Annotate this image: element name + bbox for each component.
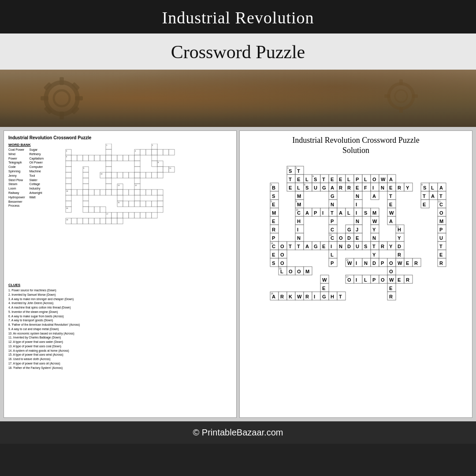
svg-text:T: T [339, 294, 342, 299]
svg-rect-12 [399, 79, 403, 85]
svg-rect-76 [106, 178, 112, 184]
svg-text:E: E [339, 177, 342, 182]
svg-text:T: T [389, 193, 392, 199]
svg-rect-71 [146, 172, 152, 178]
svg-text:I: I [356, 260, 357, 266]
svg-text:P: P [272, 235, 275, 241]
svg-text:I: I [356, 277, 357, 283]
svg-rect-116 [152, 201, 157, 207]
svg-rect-106 [157, 195, 163, 201]
svg-text:W: W [322, 277, 327, 283]
svg-text:U: U [439, 235, 443, 241]
svg-rect-65 [112, 172, 117, 178]
svg-text:R: R [398, 185, 401, 190]
svg-rect-48 [134, 161, 140, 167]
svg-text:L: L [431, 185, 434, 190]
svg-rect-2 [60, 77, 64, 85]
svg-text:R: R [398, 252, 401, 257]
svg-rect-36 [94, 155, 100, 161]
svg-text:O: O [280, 252, 284, 257]
svg-text:N: N [356, 193, 359, 199]
svg-text:R: R [339, 185, 342, 190]
svg-rect-102 [66, 195, 71, 201]
svg-text:O: O [339, 235, 343, 241]
svg-text:A: A [372, 193, 376, 199]
svg-text:D: D [372, 260, 376, 266]
svg-rect-55 [106, 167, 112, 172]
svg-text:18: 18 [66, 219, 68, 221]
svg-rect-85 [71, 190, 77, 195]
svg-rect-60 [66, 172, 71, 178]
svg-text:S: S [364, 244, 367, 249]
svg-text:W: W [389, 210, 394, 216]
svg-text:M: M [305, 269, 309, 274]
svg-text:E: E [356, 185, 359, 190]
svg-text:H: H [398, 227, 401, 232]
svg-text:C: C [272, 244, 275, 249]
svg-text:M: M [439, 219, 443, 224]
svg-text:C: C [331, 227, 334, 232]
svg-text:R: R [439, 260, 443, 266]
svg-text:O: O [439, 210, 443, 216]
svg-text:T: T [297, 168, 300, 174]
svg-rect-46 [66, 161, 71, 167]
svg-text:O: O [289, 269, 293, 274]
svg-text:T: T [439, 244, 443, 249]
svg-rect-72 [152, 172, 157, 178]
svg-rect-47 [106, 161, 112, 167]
svg-text:N: N [364, 260, 368, 266]
footer-text: © PrintableBazaar.com [193, 428, 283, 437]
svg-text:B: B [272, 185, 275, 190]
footer: © PrintableBazaar.com [0, 421, 476, 444]
svg-rect-25 [140, 149, 146, 155]
svg-text:8: 8 [421, 183, 423, 186]
svg-rect-45 [152, 155, 157, 161]
svg-rect-130 [129, 212, 134, 218]
svg-text:A: A [431, 193, 435, 199]
svg-rect-90 [94, 190, 100, 195]
svg-text:J: J [356, 227, 358, 232]
svg-rect-29 [163, 149, 169, 155]
svg-text:Y: Y [398, 235, 401, 241]
svg-text:E: E [331, 177, 334, 182]
svg-text:R: R [347, 185, 351, 190]
svg-text:A: A [389, 219, 393, 224]
subtitle: Crossword Puzzle [171, 42, 305, 62]
svg-rect-107 [66, 201, 71, 207]
svg-text:N: N [381, 185, 384, 190]
svg-point-1 [54, 90, 70, 106]
svg-rect-124 [157, 207, 163, 212]
svg-text:14: 14 [66, 190, 68, 192]
left-panel: Industrial Revolution Crossword Puzzle W… [4, 130, 237, 418]
svg-rect-117 [157, 201, 163, 207]
svg-rect-132 [140, 212, 146, 218]
svg-text:16: 16 [66, 207, 68, 209]
svg-text:M: M [272, 210, 276, 216]
svg-text:17: 17 [106, 213, 108, 215]
svg-rect-133 [146, 212, 152, 218]
svg-text:L: L [347, 177, 350, 182]
svg-text:O: O [372, 177, 376, 182]
word-bank-title: WORD BANK [8, 143, 46, 147]
svg-text:L: L [364, 277, 367, 283]
svg-rect-119 [83, 207, 89, 212]
svg-text:D: D [347, 244, 351, 249]
svg-rect-73 [157, 172, 163, 178]
svg-text:O: O [297, 269, 301, 274]
svg-rect-74 [66, 178, 71, 184]
svg-rect-61 [83, 172, 89, 178]
svg-text:L: L [364, 177, 367, 182]
svg-rect-68 [129, 172, 134, 178]
word-bank-list: Coal Power Wind Power Telegraph Code Spi… [8, 148, 46, 208]
subtitle-banner: Crossword Puzzle [0, 33, 476, 70]
main-title: Industrial Revolution [162, 8, 314, 27]
svg-rect-26 [146, 149, 152, 155]
svg-rect-27 [152, 149, 157, 155]
svg-text:P: P [439, 227, 443, 232]
solution-grid: .sc { fill: white; stroke: #555; stroke-… [261, 162, 451, 413]
svg-rect-145 [117, 218, 123, 224]
svg-text:N: N [297, 235, 301, 241]
svg-text:S: S [305, 185, 309, 190]
svg-text:G: G [322, 185, 326, 190]
svg-rect-40 [117, 155, 123, 161]
